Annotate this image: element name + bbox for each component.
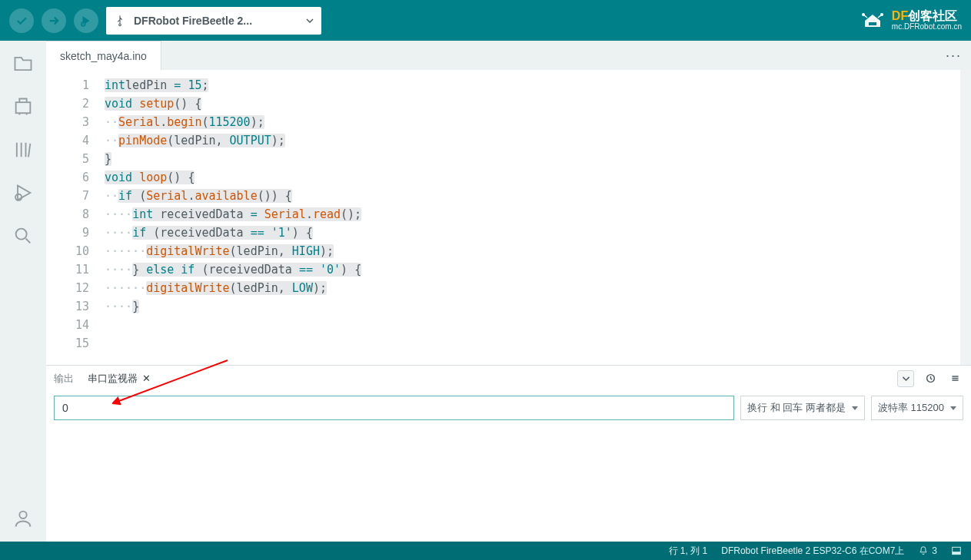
panel-menu-button[interactable]	[946, 370, 963, 387]
debug-button[interactable]	[74, 8, 98, 33]
close-icon[interactable]: ✕	[142, 373, 151, 384]
board-selector[interactable]: DFRobot FireBeetle 2...	[106, 7, 321, 35]
minimap[interactable]	[960, 70, 971, 365]
line-gutter: 123456789101112131415	[46, 70, 100, 365]
library-manager-icon[interactable]	[12, 139, 34, 161]
editor-tabs: sketch_may4a.ino ···	[46, 41, 971, 70]
status-bar: 行 1, 列 1 DFRobot FireBeetle 2 ESP32-C6 在…	[0, 542, 971, 560]
serial-monitor-bar: 换行 和 回车 两者都是 波特率 115200	[46, 391, 971, 425]
baud-rate-select[interactable]: 波特率 115200	[871, 396, 963, 420]
upload-button[interactable]	[42, 8, 66, 33]
activity-bar	[0, 41, 46, 542]
toolbar: DFRobot FireBeetle 2... DF创客社区 mc.DFRobo…	[0, 0, 971, 41]
boards-manager-icon[interactable]	[12, 96, 34, 118]
serial-monitor-tab[interactable]: 串口监视器 ✕	[88, 372, 151, 386]
svg-point-8	[19, 512, 26, 519]
cursor-position[interactable]: 行 1, 列 1	[669, 545, 708, 558]
bell-icon	[918, 545, 929, 556]
code-editor[interactable]: 123456789101112131415 intledPin = 15;voi…	[46, 70, 971, 365]
board-label: DFRobot FireBeetle 2...	[134, 15, 298, 27]
brand-logo: DF创客社区 mc.DFRobot.com.cn	[860, 10, 962, 31]
sketchbook-icon[interactable]	[12, 53, 34, 75]
panel-collapse-button[interactable]	[897, 370, 914, 387]
tab-overflow-button[interactable]: ···	[946, 48, 962, 64]
file-tab[interactable]: sketch_may4a.ino	[46, 41, 161, 70]
code-area[interactable]: intledPin = 15;void setup() {··Serial.be…	[100, 70, 960, 365]
chevron-down-icon	[306, 17, 314, 25]
panel-clock-button[interactable]	[922, 370, 939, 387]
verify-button[interactable]	[9, 8, 34, 33]
svg-rect-5	[16, 102, 31, 113]
svg-point-1	[82, 23, 84, 25]
board-port-status[interactable]: DFRobot FireBeetle 2 ESP32-C6 在COM7上	[721, 545, 904, 558]
serial-input[interactable]	[54, 396, 734, 420]
search-icon[interactable]	[12, 225, 34, 247]
output-tab[interactable]: 输出	[54, 372, 74, 386]
debug-icon[interactable]	[12, 182, 34, 204]
line-ending-select[interactable]: 换行 和 回车 两者都是	[740, 396, 865, 420]
svg-rect-2	[869, 22, 876, 25]
serial-output[interactable]	[46, 425, 971, 542]
svg-rect-12	[953, 552, 961, 555]
svg-point-7	[16, 229, 27, 240]
notifications-button[interactable]: 3	[918, 545, 937, 556]
panel-tabs: 输出 串口监视器 ✕	[46, 365, 971, 391]
usb-icon	[114, 15, 126, 27]
panel-toggle-icon[interactable]	[951, 545, 962, 556]
account-icon[interactable]	[12, 508, 34, 529]
